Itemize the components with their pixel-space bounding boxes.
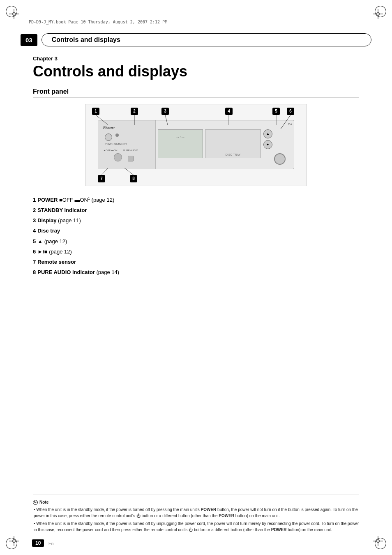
reg-mark-tl bbox=[9, 9, 19, 19]
standby-led-diagram bbox=[115, 134, 119, 137]
reg-mark-bl bbox=[9, 536, 19, 546]
note-icon: N bbox=[33, 500, 38, 505]
item-ref: (page 12) bbox=[92, 197, 115, 203]
note-para-1: • When the unit is in the standby mode, … bbox=[34, 507, 359, 519]
device-body: Pioneer POWER STANDBY ▲OFF ▬ON PURE AUDI… bbox=[98, 120, 294, 169]
item-ref: (page 14) bbox=[97, 269, 120, 275]
chapter-heading: Controls and displays bbox=[33, 63, 359, 80]
eject-button-diagram: ▲ bbox=[263, 129, 272, 138]
callout-3: 3 bbox=[161, 108, 169, 115]
note-para-2: • When the unit is in the standby mode, … bbox=[34, 520, 359, 533]
note-paragraphs: • When the unit is in the standby mode, … bbox=[33, 507, 359, 533]
reg-mark-tr bbox=[373, 9, 383, 19]
item-num: 8 bbox=[33, 269, 36, 275]
filepath: PD-D9-J_MY.book Page 10 Thursday, August… bbox=[29, 20, 167, 24]
page-number: 10 bbox=[32, 539, 44, 547]
callout-4: 4 bbox=[225, 108, 233, 115]
panel-diagram: 1 2 3 4 5 6 7 8 Pioneer POWER STANDBY ▲O… bbox=[85, 104, 307, 186]
label-standby: STANDBY bbox=[114, 143, 127, 145]
callout-2: 2 bbox=[131, 108, 138, 115]
page-lang: En bbox=[48, 541, 53, 546]
item-ref: (page 12) bbox=[44, 238, 67, 244]
item-ref: (page 12) bbox=[49, 249, 72, 255]
device-left-section: Pioneer POWER STANDBY ▲OFF ▬ON PURE AUDI… bbox=[98, 120, 156, 169]
note-title: N Note bbox=[33, 499, 359, 505]
display-panel-diagram: - - : - - bbox=[158, 129, 203, 158]
item-num: 5 bbox=[33, 238, 36, 244]
conn-label: DA bbox=[288, 123, 292, 126]
front-panel-section-title: Front panel bbox=[33, 88, 359, 97]
remote-sensor-diagram bbox=[114, 153, 122, 161]
disc-tray-label: DISC TRAY bbox=[226, 153, 241, 156]
chapter-badge: 03 bbox=[21, 34, 37, 46]
item-8: 8PURE AUDIO indicator (page 14) bbox=[33, 269, 359, 276]
chapter-label: Chapter 3 bbox=[33, 55, 359, 62]
front-panel-diagram: 1 2 3 4 5 6 7 8 Pioneer POWER STANDBY ▲O… bbox=[33, 104, 359, 186]
item-label: STANDBY indicator bbox=[37, 207, 87, 213]
item-label: Remote sensor bbox=[37, 259, 76, 265]
item-ref: (page 11) bbox=[58, 217, 81, 223]
pure-audio-indicator-diagram bbox=[128, 156, 134, 161]
disc-tray-diagram: DISC TRAY bbox=[205, 129, 261, 158]
callout-1: 1 bbox=[92, 108, 99, 115]
item-label: PURE AUDIO indicator bbox=[37, 269, 95, 275]
reg-mark-br bbox=[373, 536, 383, 546]
note-label: Note bbox=[39, 499, 48, 505]
items-list: 1POWER ■OFF ▬ON1 (page 12)2STANDBY indic… bbox=[33, 196, 359, 276]
item-5: 5▲ (page 12) bbox=[33, 238, 359, 245]
item-num: 2 bbox=[33, 207, 36, 213]
play-button-diagram: ► bbox=[263, 140, 272, 149]
item-num: 6 bbox=[33, 249, 36, 255]
item-4: 4Disc tray bbox=[33, 227, 359, 235]
item-3: 3Display (page 11) bbox=[33, 217, 359, 224]
label-pure: PURE AUDIO bbox=[123, 149, 138, 152]
item-6: 6►/■ (page 12) bbox=[33, 248, 359, 256]
item-2: 2STANDBY indicator bbox=[33, 207, 359, 214]
extra-knob-diagram bbox=[274, 153, 286, 165]
top-bar: 03 Controls and displays bbox=[21, 32, 371, 48]
item-1: 1POWER ■OFF ▬ON1 (page 12) bbox=[33, 196, 359, 204]
item-num: 7 bbox=[33, 259, 36, 265]
callout-7: 7 bbox=[98, 175, 105, 182]
item-num: 1 bbox=[33, 197, 36, 203]
chapter-title-bar: Controls and displays bbox=[42, 33, 371, 46]
item-label: ▲ bbox=[37, 238, 43, 244]
display-content: - - : - - bbox=[158, 134, 203, 140]
item-label: Display bbox=[37, 217, 56, 223]
label-aux: ▲OFF ▬ON bbox=[103, 149, 118, 152]
item-num: 4 bbox=[33, 228, 36, 234]
item-label: POWER bbox=[37, 197, 58, 203]
callout-6: 6 bbox=[287, 108, 294, 115]
item-label: Disc tray bbox=[37, 228, 60, 234]
pioneer-logo: Pioneer bbox=[103, 125, 115, 129]
item-num: 3 bbox=[33, 217, 36, 223]
power-button-diagram bbox=[105, 134, 112, 141]
note-section: N Note • When the unit is in the standby… bbox=[33, 495, 359, 534]
item-label: ►/■ bbox=[37, 249, 47, 255]
main-content: Chapter 3 Controls and displays Front pa… bbox=[33, 55, 359, 288]
item-7: 7Remote sensor bbox=[33, 258, 359, 266]
callout-8: 8 bbox=[130, 175, 137, 182]
callout-5: 5 bbox=[272, 108, 280, 115]
